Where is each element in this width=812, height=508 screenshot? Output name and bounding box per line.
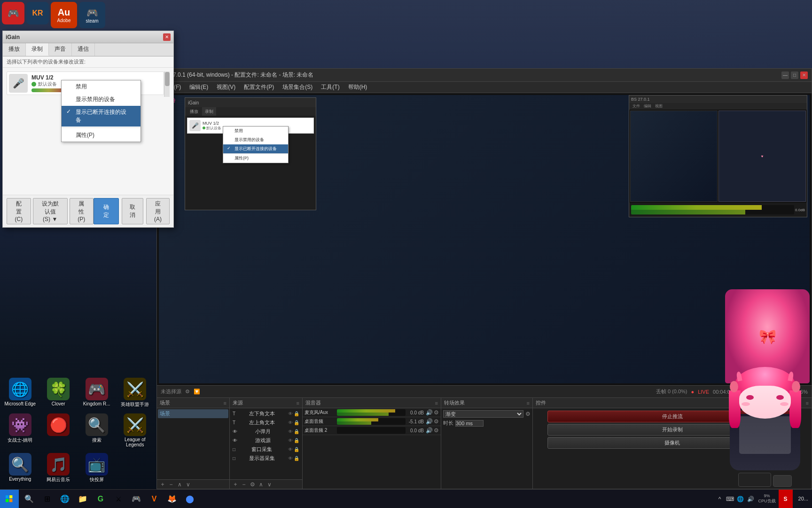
- tab-record[interactable]: 录制: [26, 43, 49, 56]
- app-icon-unknown2[interactable]: KR: [26, 2, 49, 24]
- mixer-ch1-mute[interactable]: 🔊: [426, 409, 433, 416]
- app-icon-steam[interactable]: 🎮 steam: [79, 2, 105, 28]
- cancel-button[interactable]: 取消: [122, 198, 143, 224]
- tray-volume-icon[interactable]: 🔊: [746, 494, 756, 504]
- source-lock-0[interactable]: 🔒: [294, 411, 299, 416]
- desktop-icon-search[interactable]: 🔍 搜索: [78, 412, 115, 449]
- source-item-4[interactable]: □ 窗口采集 👁 🔒: [231, 445, 301, 454]
- taskbar-icon-edge[interactable]: 🌐: [56, 491, 73, 508]
- obs-menu-tools[interactable]: 工具(T): [317, 82, 343, 93]
- taskbar-icon-firefox[interactable]: 🦊: [164, 491, 180, 508]
- tab-sound[interactable]: 声音: [49, 43, 72, 56]
- taskbar-icon-search[interactable]: 🔍: [21, 491, 38, 508]
- tray-expand-icon[interactable]: ^: [715, 494, 725, 504]
- apply-button[interactable]: 应用(A): [146, 198, 170, 224]
- dialog-close-button[interactable]: ✕: [163, 33, 171, 41]
- context-item-show-disabled[interactable]: 显示禁用的设备: [62, 93, 141, 106]
- scene-down-button[interactable]: ∨: [184, 481, 192, 488]
- desktop-icon-clover[interactable]: 🍀 Clover: [40, 376, 77, 410]
- obs-menu-edit[interactable]: 编辑(E): [186, 82, 212, 93]
- desktop-icon-red[interactable]: 🔴: [40, 412, 77, 449]
- source-lock-2[interactable]: 🔒: [294, 429, 299, 434]
- scene-add-button[interactable]: +: [159, 481, 166, 488]
- obs-filter-icon[interactable]: 🔽: [194, 389, 200, 395]
- obs-menu-scenecol[interactable]: 场景集合(S): [279, 82, 316, 93]
- source-up-button[interactable]: ∧: [257, 481, 265, 488]
- source-eye-5[interactable]: 👁: [288, 456, 293, 461]
- properties-button[interactable]: 属性(P): [70, 198, 94, 224]
- source-item-3[interactable]: 👁 游戏源 👁 🔒: [231, 436, 301, 445]
- source-add-button[interactable]: +: [232, 481, 239, 488]
- taskbar-icon-unknown1[interactable]: ⚔: [110, 491, 127, 508]
- source-eye-0[interactable]: 👁: [288, 411, 293, 416]
- dialog-subtitle: 选择以下列表中的设备来修改设置:: [3, 56, 173, 68]
- obs-menu-view[interactable]: 视图(V): [213, 82, 239, 93]
- desktop-icon-music[interactable]: 🎵 网易云音乐: [40, 451, 77, 485]
- taskbar-icon-blue[interactable]: ⬤: [181, 491, 198, 508]
- obs-settings-icon[interactable]: ⚙: [185, 389, 190, 395]
- source-item-0[interactable]: T 左下角文本 👁 🔒: [231, 409, 301, 418]
- desktop-icon-edge[interactable]: 🌐 Microsoft Edge: [2, 376, 39, 410]
- app-icon-unknown[interactable]: 🎮: [2, 2, 24, 24]
- obs-titlebar: BS 27.0.1 (64-bit, windows) - 配置文件: 未命名 …: [157, 69, 812, 82]
- scene-up-button[interactable]: ∧: [176, 481, 183, 488]
- source-eye-4[interactable]: 👁: [288, 447, 293, 452]
- context-item-properties[interactable]: 属性(P): [62, 129, 141, 142]
- desktop-icon-warrior[interactable]: 👾 女战士-姚明: [2, 412, 39, 449]
- obs-menu-help[interactable]: 帮助(H): [344, 82, 371, 93]
- desktop-icon-kr[interactable]: 🎮 Kingdom R...: [78, 376, 115, 410]
- taskbar-icon-explorer[interactable]: 📁: [74, 491, 91, 508]
- tray-network-icon[interactable]: 🌐: [736, 494, 745, 504]
- source-lock-4[interactable]: 🔒: [294, 447, 299, 452]
- source-settings-button[interactable]: ⚙: [249, 481, 256, 488]
- tray-brand-icon[interactable]: S: [779, 490, 793, 508]
- source-item-5[interactable]: □ 显示器采集 👁 🔒: [231, 454, 301, 463]
- source-lock-3[interactable]: 🔒: [294, 438, 299, 443]
- source-item-1[interactable]: T 左上角文本 👁 🔒: [231, 418, 301, 427]
- desktop-icon-cast[interactable]: 📺 快投屏: [78, 451, 115, 485]
- tab-playback[interactable]: 播放: [3, 43, 26, 56]
- context-item-show-disconnected[interactable]: 显示已断开连接的设备: [62, 106, 141, 127]
- taskbar-clock[interactable]: 20...: [795, 495, 812, 502]
- source-item-2[interactable]: 👁 小弹月 👁 🔒: [231, 427, 301, 436]
- source-eye-3[interactable]: 👁: [288, 438, 293, 443]
- tray-keyboard-icon[interactable]: ⌨: [726, 494, 735, 504]
- source-eye-1[interactable]: 👁: [288, 420, 293, 425]
- source-eye-2[interactable]: 👁: [288, 429, 293, 434]
- taskbar-icon-v[interactable]: V: [146, 491, 163, 508]
- taskbar-icon-taskview[interactable]: ⊞: [39, 491, 55, 508]
- desktop-icon-everything[interactable]: 🔍 Everything: [2, 451, 39, 485]
- start-button[interactable]: [0, 490, 19, 508]
- taskbar-icon-g[interactable]: G: [92, 491, 109, 508]
- source-lock-1[interactable]: 🔒: [294, 420, 299, 425]
- transition-duration-input[interactable]: [455, 420, 484, 427]
- obs-maximize-button[interactable]: □: [791, 71, 798, 79]
- source-down-button[interactable]: ∨: [265, 481, 273, 488]
- mixer-ch2-mute[interactable]: 🔊: [426, 418, 433, 425]
- source-lock-5[interactable]: 🔒: [294, 456, 299, 461]
- desktop-icon-lol-mobile[interactable]: ⚔️ 英雄联盟手游: [117, 376, 154, 410]
- obs-minimize-button[interactable]: —: [781, 71, 789, 79]
- mixer-ch1-settings[interactable]: ⚙: [434, 409, 439, 416]
- transition-settings-icon[interactable]: ⚙: [525, 411, 531, 417]
- taskbar-icon-lol[interactable]: 🎮: [128, 491, 145, 508]
- set-default-button[interactable]: 设为默认值(S) ▼: [33, 198, 68, 224]
- scene-remove-button[interactable]: −: [167, 481, 175, 488]
- scene-item-main[interactable]: 场景: [158, 409, 228, 418]
- cpu-indicator[interactable]: 9% CPU负载: [757, 493, 778, 504]
- dialog-scrollbar[interactable]: [164, 71, 170, 97]
- taskbar: 🔍 ⊞ 🌐 📁 G ⚔ 🎮 V 🦊 ⬤ ^ ⌨ 🌐 🔊 9% CPU负载 S: [0, 489, 812, 508]
- desktop-icon-lol[interactable]: ⚔️ League of Legends: [117, 412, 154, 449]
- context-item-disable[interactable]: 禁用: [62, 80, 141, 93]
- source-remove-button[interactable]: −: [240, 481, 248, 488]
- mixer-ch2-settings[interactable]: ⚙: [434, 418, 439, 425]
- ok-button[interactable]: 确定: [94, 198, 119, 224]
- obs-close-button[interactable]: ✕: [800, 71, 808, 79]
- transition-type-select[interactable]: 渐变: [443, 410, 523, 418]
- configure-button[interactable]: 配置(C): [7, 198, 31, 224]
- mixer-ch3-mute[interactable]: 🔊: [426, 427, 433, 434]
- tab-comms[interactable]: 通信: [72, 43, 95, 56]
- obs-menu-profile[interactable]: 配置文件(P): [240, 82, 278, 93]
- app-icon-adobe[interactable]: Au Adobe: [51, 2, 77, 28]
- mixer-ch3-settings[interactable]: ⚙: [434, 427, 439, 434]
